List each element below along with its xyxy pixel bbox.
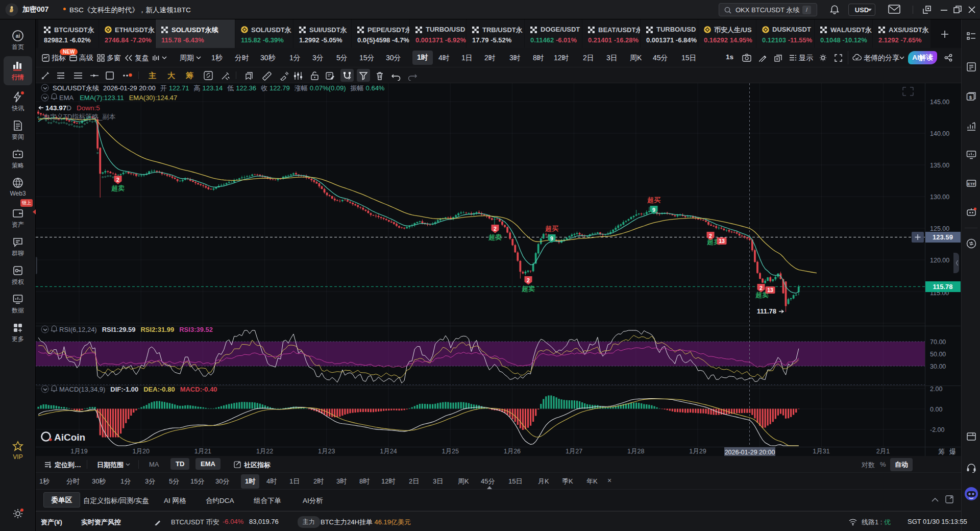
svg-text:1月23: 1月23 — [318, 448, 335, 455]
svg-text:140.00: 140.00 — [930, 130, 949, 137]
svg-text:1月26: 1月26 — [504, 448, 521, 455]
svg-text:13: 13 — [767, 287, 773, 293]
svg-text:爆: 爆 — [949, 448, 956, 455]
svg-text:120.00: 120.00 — [930, 257, 949, 264]
svg-text:13: 13 — [719, 238, 725, 244]
svg-text:1月27: 1月27 — [566, 448, 582, 455]
svg-text:0.00: 0.00 — [930, 406, 942, 413]
svg-text:MACD(13,34,9)DIF:-1.00DEA:-0.8: MACD(13,34,9)DIF:-1.00DEA:-0.80MACD:-0.4… — [59, 385, 217, 393]
svg-text:2: 2 — [527, 277, 530, 283]
svg-text:ETF: ETF — [967, 182, 975, 186]
svg-text:超卖: 超卖 — [488, 233, 502, 241]
svg-text:111.78: 111.78 — [757, 307, 776, 315]
svg-text:超卖: 超卖 — [111, 184, 125, 192]
svg-text:2: 2 — [494, 226, 497, 232]
svg-text:115.78: 115.78 — [933, 283, 952, 291]
svg-text:1月21: 1月21 — [194, 448, 211, 455]
svg-text:超卖: 超卖 — [521, 285, 535, 293]
svg-text:1月29: 1月29 — [689, 448, 706, 455]
svg-text:1月25: 1月25 — [442, 448, 459, 455]
svg-text:筹: 筹 — [938, 448, 945, 455]
svg-text:超买: 超买 — [545, 225, 558, 232]
svg-text:1月20: 1月20 — [133, 448, 150, 455]
svg-text:2: 2 — [116, 177, 119, 183]
svg-text:ai: ai — [16, 33, 20, 39]
svg-text:135.00: 135.00 — [930, 162, 949, 169]
svg-text:2: 2 — [760, 285, 763, 291]
svg-text:145.00: 145.00 — [930, 99, 949, 106]
svg-text:123.59: 123.59 — [933, 233, 953, 241]
svg-text:1月28: 1月28 — [627, 448, 644, 455]
svg-text:2月1: 2月1 — [876, 448, 890, 455]
svg-text:自定义TD指标策略_副本: 自定义TD指标策略_副本 — [43, 113, 116, 120]
svg-text:-2.00: -2.00 — [930, 426, 945, 433]
svg-text:$: $ — [969, 94, 972, 100]
svg-text:1月19: 1月19 — [70, 448, 87, 455]
svg-text:1月31: 1月31 — [813, 448, 829, 455]
svg-text:1月24: 1月24 — [380, 448, 397, 455]
svg-text:2026-01-29 20:00: 2026-01-29 20:00 — [725, 449, 775, 456]
svg-text:1月22: 1月22 — [256, 448, 273, 455]
svg-text:125.00: 125.00 — [930, 225, 949, 232]
svg-text:9: 9 — [550, 235, 553, 242]
svg-text:30.00: 30.00 — [930, 363, 946, 370]
svg-text:9: 9 — [652, 207, 655, 213]
svg-text:超买: 超买 — [647, 196, 660, 204]
svg-text:AiCoin: AiCoin — [54, 432, 85, 443]
svg-text:2: 2 — [709, 233, 712, 239]
svg-text:130.00: 130.00 — [930, 194, 949, 201]
svg-text:2.00: 2.00 — [930, 385, 942, 393]
svg-text:50.00: 50.00 — [930, 351, 946, 358]
svg-text:70.00: 70.00 — [930, 339, 946, 346]
